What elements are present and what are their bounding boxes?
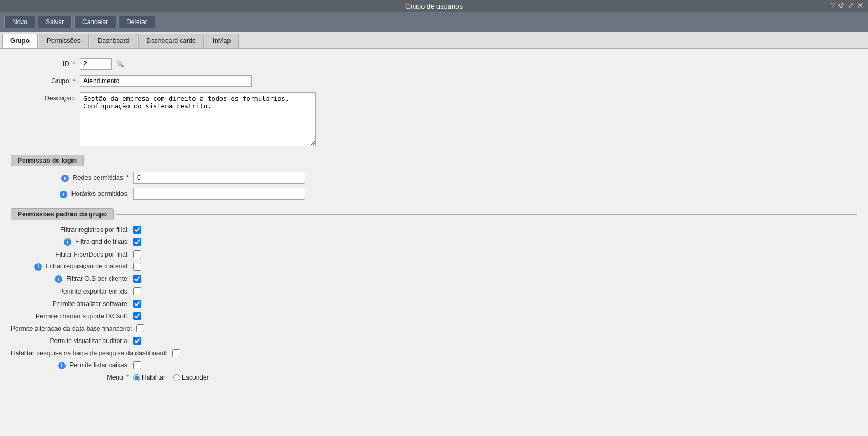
descricao-label: Descrição: <box>11 95 75 102</box>
checkbox-label-4: i Filtrar O.S por cliente: <box>11 275 129 283</box>
tab-grupo[interactable]: Grupo <box>2 34 38 48</box>
checkbox-row-1: i Filtra grid de filiais: <box>11 238 857 246</box>
section-permissao-login: Permissão de login <box>11 155 857 166</box>
novo-button[interactable]: Novo <box>4 16 35 28</box>
redes-label: i Redes permitidas: * <box>11 174 129 182</box>
horarios-input[interactable] <box>133 188 305 200</box>
checkbox-label-6: Permite atualizar software: <box>11 300 129 308</box>
horarios-label: i Horários permitidos: <box>11 190 129 198</box>
checkbox-label-3: i Filtrar requisição de material: <box>11 263 129 271</box>
radio-esconder[interactable] <box>173 374 180 381</box>
id-required: * <box>73 60 75 68</box>
checkbox-row-5: Permite exportar em xls: <box>11 287 857 295</box>
redes-row: i Redes permitidas: * <box>11 172 857 184</box>
section-permissoes-padrao-label: Permissões padrão do grupo <box>11 208 114 220</box>
checkbox-fiberdocs[interactable] <box>133 250 141 258</box>
checkbox-row-6: Permite atualizar software: <box>11 300 857 308</box>
deletar-button[interactable]: Deletar <box>118 16 155 28</box>
content-area: ID: * 🔍 Grupo: * Descrição: Gestão da em… <box>0 49 868 436</box>
section-permissoes-padrao: Permissões padrão do grupo <box>11 208 857 220</box>
refresh-icon[interactable]: ↺ <box>838 1 844 10</box>
info-icon-11[interactable]: i <box>58 362 66 369</box>
checkbox-alteracao-base[interactable] <box>136 324 144 332</box>
checkbox-os-cliente[interactable] <box>133 275 141 283</box>
checkbox-row-11: i Permite listar caixas: <box>11 361 857 369</box>
tab-permissoes[interactable]: Permissões <box>39 34 89 48</box>
radio-habilitar[interactable] <box>133 374 140 381</box>
checkbox-label-11: i Permite listar caixas: <box>11 361 129 369</box>
checkbox-label-10: Habilitar pesquisa na barra de pesquisa … <box>11 350 168 357</box>
checkbox-row-9: Permite visualizar auditoria: <box>11 337 857 345</box>
descricao-row: Descrição: Gestão da empresa com direito… <box>11 92 857 146</box>
info-icon-3[interactable]: i <box>34 263 42 271</box>
checkbox-filtra-grid[interactable] <box>133 238 141 246</box>
menu-label: Menu: * <box>11 374 129 381</box>
close-icon[interactable]: ✕ <box>857 1 864 10</box>
checkbox-exportar-xls[interactable] <box>133 287 141 295</box>
checkbox-listar-caixas[interactable] <box>133 361 141 369</box>
checkbox-label-5: Permite exportar em xls: <box>11 288 129 295</box>
help-icon[interactable]: ? <box>830 1 835 10</box>
redes-info-icon[interactable]: i <box>61 175 69 182</box>
section-line2 <box>116 214 857 215</box>
info-icon-1[interactable]: i <box>64 238 71 246</box>
info-icon-4[interactable]: i <box>55 275 62 283</box>
menu-option-esconder[interactable]: Esconder <box>173 374 209 381</box>
window-title: Grupo de usuários <box>405 2 463 10</box>
section-line <box>86 161 857 161</box>
grupo-input[interactable] <box>80 75 252 87</box>
checkbox-row-3: i Filtrar requisição de material: <box>11 263 857 271</box>
checkbox-row-8: Permite alteração da data base financeir… <box>11 324 857 332</box>
checkbox-label-2: Filtrar FiberDocs por filial: <box>11 251 129 258</box>
tab-dashboard[interactable]: Dashboard <box>90 34 138 48</box>
checkbox-atualizar-software[interactable] <box>133 300 141 308</box>
menu-options: Habilitar Esconder <box>133 374 209 381</box>
id-label: ID: * <box>11 60 75 68</box>
title-bar-icons: ? ↺ ⤢ ✕ <box>830 1 864 10</box>
grupo-row: Grupo: * <box>11 75 857 87</box>
tab-dashboard-cards[interactable]: Dashboard cards <box>138 34 203 48</box>
menu-habilitar-label: Habilitar <box>142 374 166 381</box>
checkbox-row-7: Permite chamar suporte IXCsoft: <box>11 312 857 320</box>
id-row: ID: * 🔍 <box>11 58 857 70</box>
tab-inmap[interactable]: InMap <box>205 34 239 48</box>
checkbox-pesquisa-dashboard[interactable] <box>172 349 180 357</box>
menu-option-habilitar[interactable]: Habilitar <box>133 374 166 381</box>
id-input[interactable] <box>80 58 112 70</box>
toolbar: Novo Salvar Cancelar Deletar <box>0 12 868 32</box>
grupo-required: * <box>73 77 75 85</box>
menu-esconder-label: Esconder <box>182 374 209 381</box>
grupo-label: Grupo: * <box>11 77 75 85</box>
id-input-wrap: 🔍 <box>80 58 127 70</box>
cancelar-button[interactable]: Cancelar <box>74 16 116 28</box>
checkbox-label-8: Permite alteração da data base financeir… <box>11 325 132 332</box>
resize-icon[interactable]: ⤢ <box>848 1 854 10</box>
title-bar: Grupo de usuários ? ↺ ⤢ ✕ <box>0 0 868 12</box>
salvar-button[interactable]: Salvar <box>38 16 72 28</box>
checkbox-row-2: Filtrar FiberDocs por filial: <box>11 250 857 258</box>
tab-bar: Grupo Permissões Dashboard Dashboard car… <box>0 32 868 49</box>
horarios-info-icon[interactable]: i <box>60 191 67 198</box>
checkbox-suporte-ixcsoft[interactable] <box>133 312 141 320</box>
horarios-row: i Horários permitidos: <box>11 188 857 200</box>
menu-row: Menu: * Habilitar Esconder <box>11 374 857 381</box>
checkbox-row-0: Filtrar registros por filial: <box>11 226 857 234</box>
checkbox-requisicao[interactable] <box>133 263 141 271</box>
checkbox-filtrar-filial[interactable] <box>133 226 141 234</box>
redes-input[interactable] <box>133 172 305 184</box>
checkbox-row-4: i Filtrar O.S por cliente: <box>11 275 857 283</box>
checkbox-row-10: Habilitar pesquisa na barra de pesquisa … <box>11 349 857 357</box>
section-permissao-login-label: Permissão de login <box>11 155 84 166</box>
id-search-button[interactable]: 🔍 <box>113 59 127 69</box>
checkbox-label-7: Permite chamar suporte IXCsoft: <box>11 313 129 320</box>
checkbox-label-9: Permite visualizar auditoria: <box>11 337 129 345</box>
checkbox-auditoria[interactable] <box>133 337 141 345</box>
checkbox-label-1: i Filtra grid de filiais: <box>11 238 129 246</box>
checkbox-label-0: Filtrar registros por filial: <box>11 226 129 234</box>
descricao-input[interactable]: Gestão da empresa com direito a todos os… <box>80 92 316 146</box>
